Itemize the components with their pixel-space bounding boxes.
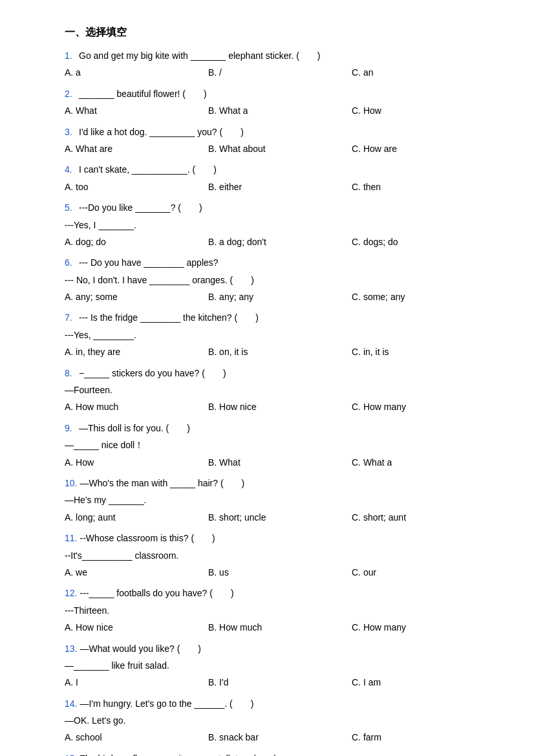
option-b: B. a dog; don't — [208, 235, 352, 249]
question-block: 13. —What would you like? ( )—_______ li… — [65, 642, 495, 690]
options-row: A. dog; doB. a dog; don'tC. dogs; do — [65, 235, 495, 249]
answer-line: —_____ nice doll！ — [65, 438, 495, 452]
option-b: B. What about — [208, 142, 352, 156]
question-line: 1.Go and get my big kite with _______ el… — [65, 49, 495, 63]
options-row: A. How niceB. How muchC. How many — [65, 620, 495, 634]
option-c: C. our — [352, 565, 495, 579]
question-number: 10. — [65, 478, 77, 488]
answer-line: —OK. Let's go. — [65, 713, 495, 728]
option-b: B. short; uncle — [208, 510, 352, 524]
options-row: A. weB. usC. our — [65, 565, 495, 579]
option-b: B. us — [208, 565, 352, 579]
option-c: C. an — [352, 65, 495, 80]
question-line: 14. —I'm hungry. Let's go to the ______.… — [65, 697, 495, 711]
options-row: A. tooB. eitherC. then — [65, 180, 495, 194]
question-text: I'd like a hot dog. _________ you? ( ) — [79, 125, 244, 139]
question-block: 5.---Do you like _______? ( )---Yes, I _… — [65, 200, 495, 249]
option-c: C. short; aunt — [352, 510, 495, 524]
section-container: 一、选择填空 1.Go and get my big kite with ___… — [65, 26, 495, 756]
question-number: 11. — [65, 533, 77, 543]
question-text: —This doll is for you. ( ) — [79, 421, 190, 435]
option-b: B. / — [208, 65, 352, 80]
option-a: A. I — [65, 675, 208, 689]
question-line: 10. —Who's the man with _____ hair? ( ) — [65, 476, 495, 490]
question-block: 6.--- Do you have ________ apples?--- No… — [65, 255, 495, 304]
question-line: 9.—This doll is for you. ( ) — [65, 421, 495, 435]
question-number: 7. — [65, 312, 76, 323]
option-a: A. too — [65, 180, 208, 194]
question-text: Go and get my big kite with _______ elep… — [79, 49, 321, 63]
option-c: C. What a — [352, 455, 495, 470]
answer-line: ---Thirteen. — [65, 603, 495, 618]
option-c: C. dogs; do — [352, 235, 495, 249]
option-b: B. either — [208, 180, 352, 194]
question-text: --- Do you have ________ apples? — [79, 255, 219, 270]
question-text: ---_____ footballs do you have? ( ) — [80, 586, 233, 600]
question-line: 12. ---_____ footballs do you have? ( ) — [65, 586, 495, 600]
question-line: 15. The bird can fly, ______ it ______ t… — [65, 751, 495, 756]
question-number: 12. — [65, 588, 77, 598]
answer-line: —Fourteen. — [65, 383, 495, 397]
option-a: A. How nice — [65, 620, 208, 634]
question-text: —I'm hungry. Let's go to the ______. ( ) — [80, 697, 253, 711]
option-a: A. What — [65, 103, 208, 118]
question-line: 4.I can't skate, ___________. ( ) — [65, 162, 495, 177]
option-b: B. I'd — [208, 675, 352, 689]
question-line: 13. —What would you like? ( ) — [65, 642, 495, 656]
question-text: —What would you like? ( ) — [80, 642, 201, 656]
option-c: C. then — [352, 180, 495, 194]
option-b: B. snack bar — [208, 730, 352, 744]
answer-line: —_______ like fruit salad. — [65, 658, 495, 673]
options-row: A. WhatB. What aC. How — [65, 103, 495, 118]
question-text: --- Is the fridge ________ the kitchen? … — [79, 310, 259, 325]
option-c: C. How many — [352, 400, 495, 414]
option-a: A. How — [65, 455, 208, 470]
question-block: 15. The bird can fly, ______ it ______ t… — [65, 751, 495, 756]
question-text: The bird can fly, ______ it ______ talk … — [80, 751, 277, 756]
question-block: 8.−_____ stickers do you have? ( )—Fourt… — [65, 366, 495, 415]
questions-container: 1.Go and get my big kite with _______ el… — [65, 49, 495, 756]
option-b: B. What — [208, 455, 352, 470]
options-row: A. in, they areB. on, it isC. in, it is — [65, 345, 495, 359]
option-b: B. How nice — [208, 400, 352, 414]
option-c: C. farm — [352, 730, 495, 744]
question-number: 2. — [65, 89, 76, 99]
question-number: 5. — [65, 202, 76, 213]
option-b: B. What a — [208, 103, 352, 118]
answer-line: --- No, I don't. I have ________ oranges… — [65, 273, 495, 287]
question-line: 8.−_____ stickers do you have? ( ) — [65, 366, 495, 380]
question-number: 4. — [65, 164, 76, 175]
question-number: 13. — [65, 643, 77, 654]
option-c: C. How many — [352, 620, 495, 634]
question-text: —Who's the man with _____ hair? ( ) — [80, 476, 244, 490]
question-line: 7.--- Is the fridge ________ the kitchen… — [65, 310, 495, 325]
answer-line: ---Yes, ________. — [65, 328, 495, 342]
question-number: 14. — [65, 698, 77, 709]
question-block: 11. --Whose classroom is this? ( )--It's… — [65, 531, 495, 579]
option-b: B. How much — [208, 620, 352, 634]
question-block: 3.I'd like a hot dog. _________ you? ( )… — [65, 125, 495, 157]
question-block: 14. —I'm hungry. Let's go to the ______.… — [65, 697, 495, 745]
section-title: 一、选择填空 — [65, 26, 495, 39]
question-block: 1.Go and get my big kite with _______ el… — [65, 49, 495, 80]
options-row: A. schoolB. snack barC. farm — [65, 730, 495, 744]
question-number: 3. — [65, 127, 76, 137]
answer-line: ---Yes, I _______. — [65, 218, 495, 232]
question-line: 3.I'd like a hot dog. _________ you? ( ) — [65, 125, 495, 139]
options-row: A. How muchB. How niceC. How many — [65, 400, 495, 414]
question-number: 9. — [65, 423, 76, 433]
question-block: 12. ---_____ footballs do you have? ( )-… — [65, 586, 495, 634]
option-c: C. in, it is — [352, 345, 495, 359]
option-b: B. any; any — [208, 290, 352, 304]
question-text: --Whose classroom is this? ( ) — [80, 531, 215, 545]
options-row: A. What areB. What aboutC. How are — [65, 142, 495, 156]
question-number: 8. — [65, 368, 76, 378]
options-row: A. long; auntB. short; uncleC. short; au… — [65, 510, 495, 524]
option-c: C. some; any — [352, 290, 495, 304]
question-block: 4.I can't skate, ___________. ( )A. tooB… — [65, 162, 495, 194]
option-a: A. we — [65, 565, 208, 579]
option-c: C. How are — [352, 142, 495, 156]
question-line: 11. --Whose classroom is this? ( ) — [65, 531, 495, 545]
option-a: A. dog; do — [65, 235, 208, 249]
question-block: 2._______ beautiful flower! ( )A. WhatB.… — [65, 87, 495, 118]
